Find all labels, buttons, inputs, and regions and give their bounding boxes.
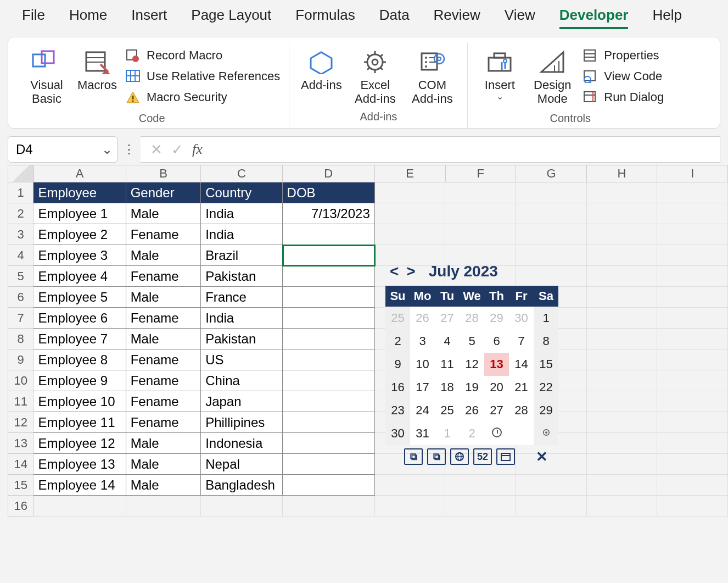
- cell-D15[interactable]: [283, 475, 375, 496]
- tab-view[interactable]: View: [505, 7, 535, 29]
- tab-insert[interactable]: Insert: [131, 7, 167, 29]
- addins-button[interactable]: Add-ins: [296, 43, 346, 92]
- row-header-2[interactable]: 2: [8, 203, 33, 224]
- vertical-dots-icon[interactable]: ⋮: [117, 142, 141, 157]
- select-all-corner[interactable]: [8, 165, 34, 182]
- cell-D1[interactable]: DOB: [283, 182, 375, 203]
- cell-I9[interactable]: [657, 349, 728, 370]
- cell-A11[interactable]: Employee 10: [33, 391, 126, 412]
- cell-B5[interactable]: Fename: [126, 266, 201, 287]
- calendar-day-5[interactable]: 5: [460, 330, 484, 353]
- calendar-day-27[interactable]: 27: [435, 307, 460, 330]
- cell-A13[interactable]: Employee 12: [33, 433, 126, 454]
- cell-B13[interactable]: Male: [126, 433, 201, 454]
- cell-C9[interactable]: US: [201, 349, 282, 370]
- cell-H13[interactable]: [587, 433, 658, 454]
- calendar-day-27[interactable]: 27: [484, 399, 509, 422]
- cell-F16[interactable]: [445, 496, 516, 517]
- cell-C1[interactable]: Country: [201, 182, 282, 203]
- tab-data[interactable]: Data: [379, 7, 410, 29]
- calendar-day-21[interactable]: 21: [509, 376, 534, 399]
- calendar-day-29[interactable]: 29: [534, 399, 558, 422]
- column-header-G[interactable]: G: [516, 165, 587, 182]
- insert-control-button[interactable]: Insert ⌄: [474, 43, 525, 102]
- cell-B9[interactable]: Fename: [126, 349, 201, 370]
- cell-C15[interactable]: Bangladesh: [201, 475, 282, 496]
- calendar-day-23[interactable]: 23: [385, 399, 410, 422]
- cell-I7[interactable]: [657, 308, 728, 329]
- cell-G3[interactable]: [516, 224, 587, 245]
- calendar-day-2[interactable]: 2: [460, 422, 484, 445]
- cell-A1[interactable]: Employee: [33, 182, 126, 203]
- cell-E1[interactable]: [375, 182, 446, 203]
- cell-D8[interactable]: [283, 329, 375, 349]
- row-header-4[interactable]: 4: [8, 245, 33, 266]
- cell-B16[interactable]: [126, 496, 201, 517]
- cell-B10[interactable]: Fename: [126, 370, 201, 391]
- column-header-C[interactable]: C: [201, 165, 282, 182]
- cell-B12[interactable]: Fename: [126, 412, 201, 433]
- cell-D2[interactable]: 7/13/2023: [283, 203, 375, 224]
- cell-I4[interactable]: [657, 245, 728, 266]
- cell-C10[interactable]: China: [201, 370, 282, 391]
- visual-basic-button[interactable]: Visual Basic: [21, 43, 72, 106]
- calendar-day-13[interactable]: 13: [484, 353, 509, 376]
- calendar-day-15[interactable]: 15: [534, 353, 558, 376]
- calendar-tool-window1[interactable]: ⧉: [404, 448, 423, 465]
- cell-C3[interactable]: India: [201, 224, 282, 245]
- column-header-A[interactable]: A: [34, 165, 126, 182]
- properties-button[interactable]: Properties: [580, 45, 666, 66]
- cell-B15[interactable]: Male: [126, 475, 201, 496]
- row-header-15[interactable]: 15: [8, 475, 33, 496]
- cell-D16[interactable]: [283, 496, 375, 517]
- calendar-day-20[interactable]: 20: [484, 376, 509, 399]
- tab-home[interactable]: Home: [69, 7, 107, 29]
- calendar-day-12[interactable]: 12: [460, 353, 484, 376]
- calendar-day-2[interactable]: 2: [385, 330, 410, 353]
- view-code-button[interactable]: View Code: [580, 66, 666, 87]
- calendar-day-18[interactable]: 18: [435, 376, 460, 399]
- tab-developer[interactable]: Developer: [559, 7, 629, 29]
- cell-E16[interactable]: [375, 496, 446, 517]
- row-header-6[interactable]: 6: [8, 287, 33, 308]
- cell-A16[interactable]: [33, 496, 126, 517]
- cell-E3[interactable]: [375, 224, 446, 245]
- calendar-day-26[interactable]: 26: [410, 307, 435, 330]
- cell-I3[interactable]: [657, 224, 728, 245]
- record-macro-button[interactable]: Record Macro: [122, 45, 282, 66]
- cell-H5[interactable]: [587, 266, 658, 287]
- cell-C4[interactable]: Brazil: [201, 245, 282, 266]
- calendar-day-22[interactable]: 22: [534, 376, 558, 399]
- cell-I2[interactable]: [657, 203, 728, 224]
- column-header-D[interactable]: D: [283, 165, 375, 182]
- cell-G15[interactable]: [516, 475, 587, 496]
- cell-B1[interactable]: Gender: [126, 182, 201, 203]
- calendar-day-17[interactable]: 17: [410, 376, 435, 399]
- cell-A4[interactable]: Employee 3: [33, 245, 126, 266]
- row-header-7[interactable]: 7: [8, 308, 33, 329]
- calendar-day-28[interactable]: 28: [509, 399, 534, 422]
- cell-C16[interactable]: [201, 496, 282, 517]
- cell-D7[interactable]: [283, 308, 375, 329]
- cell-C13[interactable]: Indonesia: [201, 433, 282, 454]
- fx-icon[interactable]: fx: [192, 141, 203, 158]
- cell-B4[interactable]: Male: [126, 245, 201, 266]
- macros-button[interactable]: Macros: [72, 43, 122, 92]
- cell-I5[interactable]: [657, 266, 728, 287]
- cell-A15[interactable]: Employee 14: [33, 475, 126, 496]
- tab-formulas[interactable]: Formulas: [295, 7, 355, 29]
- calendar-day-30[interactable]: 30: [509, 307, 534, 330]
- row-header-12[interactable]: 12: [8, 412, 33, 433]
- calendar-day-4[interactable]: 4: [435, 330, 460, 353]
- cell-D5[interactable]: [283, 266, 375, 287]
- cell-D11[interactable]: [283, 391, 375, 412]
- calendar-tool-globe[interactable]: [450, 448, 469, 465]
- cell-H12[interactable]: [587, 412, 658, 433]
- cell-H15[interactable]: [587, 475, 658, 496]
- row-header-14[interactable]: 14: [8, 454, 33, 475]
- cell-C12[interactable]: Phillipines: [201, 412, 282, 433]
- cell-D3[interactable]: [283, 224, 375, 245]
- calendar-clock-icon[interactable]: [484, 422, 509, 445]
- cell-G1[interactable]: [516, 182, 587, 203]
- cell-H16[interactable]: [587, 496, 658, 517]
